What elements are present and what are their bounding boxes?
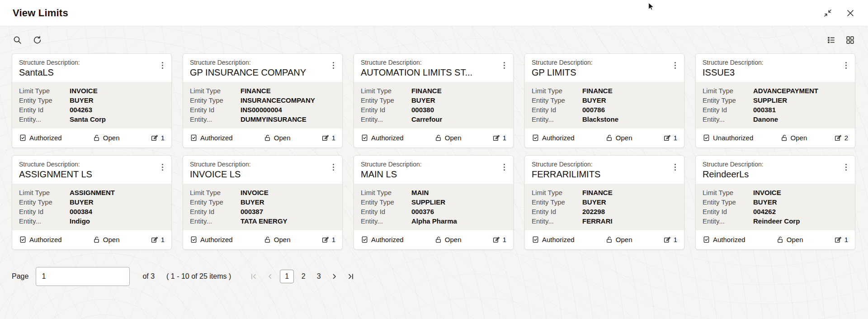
edit-count[interactable]: 1 xyxy=(492,134,506,142)
authorization-status: Authorized xyxy=(19,134,62,142)
entity-id-value: 000387 xyxy=(241,207,263,216)
list-view-icon[interactable] xyxy=(826,34,836,45)
limit-type-value: ASSIGNMENT xyxy=(70,188,115,197)
entity-label: Entity... xyxy=(532,216,582,226)
authorization-status: Authorized xyxy=(361,236,404,243)
entity-type-label: Entity Type xyxy=(361,197,411,207)
items-count-text: ( 1 - 10 of 25 items ) xyxy=(166,272,231,281)
entity-id-value: 000380 xyxy=(411,105,434,114)
kebab-menu-icon[interactable] xyxy=(840,160,851,171)
authorization-status-text: Authorized xyxy=(371,134,404,142)
record-status: Open xyxy=(605,236,632,243)
edit-count-value: 1 xyxy=(674,134,677,142)
edit-count[interactable]: 1 xyxy=(321,134,335,142)
grid-view-icon[interactable] xyxy=(844,34,855,45)
kebab-menu-icon[interactable] xyxy=(328,160,339,171)
edit-count[interactable]: 2 xyxy=(834,134,848,142)
record-status: Open xyxy=(93,134,120,142)
page-input[interactable] xyxy=(36,267,130,286)
entity-label: Entity... xyxy=(361,114,411,124)
entity-id-value: 004262 xyxy=(753,207,776,216)
record-status: Open xyxy=(434,236,462,243)
edit-icon xyxy=(834,236,842,243)
edit-icon xyxy=(151,236,158,243)
edit-count[interactable]: 1 xyxy=(151,236,165,243)
kebab-menu-icon[interactable] xyxy=(499,58,509,69)
card-header: Structure Description: ISSUE3 xyxy=(696,54,855,82)
record-status-text: Open xyxy=(103,236,120,243)
entity-type-label: Entity Type xyxy=(532,197,582,207)
kebab-menu-icon[interactable] xyxy=(840,58,851,69)
kebab-menu-icon[interactable] xyxy=(157,160,168,171)
kebab-menu-icon[interactable] xyxy=(157,58,168,69)
kebab-menu-icon[interactable] xyxy=(499,160,509,171)
previous-page-icon[interactable] xyxy=(264,270,276,283)
entity-id-value: 000376 xyxy=(411,207,434,216)
edit-count[interactable]: 1 xyxy=(834,236,848,243)
card-body: Limit Type INVOICE Entity Type BUYER Ent… xyxy=(12,82,171,129)
entity-label: Entity... xyxy=(532,114,582,124)
entity-id-value: 000381 xyxy=(753,105,776,114)
first-page-icon[interactable] xyxy=(247,270,260,283)
page-number-button[interactable]: 3 xyxy=(313,270,325,283)
limit-type-label: Limit Type xyxy=(190,188,241,197)
limit-type-value: FINANCE xyxy=(582,188,613,197)
structure-name: GP LIMITS xyxy=(532,67,670,78)
entity-type-value: BUYER xyxy=(411,95,435,105)
entity-id-label: Entity Id xyxy=(19,207,70,216)
card-footer: Authorized Open 1 xyxy=(696,230,855,249)
record-status: Open xyxy=(434,134,462,142)
window-actions xyxy=(823,8,855,18)
entity-value: Santa Corp xyxy=(70,114,106,124)
entity-id-value: 202298 xyxy=(582,207,605,216)
page-number-button[interactable]: 2 xyxy=(297,270,309,283)
record-status: Open xyxy=(776,236,803,243)
entity-value: Blackstone xyxy=(582,114,618,124)
record-status-text: Open xyxy=(787,236,803,243)
next-page-icon[interactable] xyxy=(328,270,341,283)
toolbar xyxy=(0,26,868,50)
last-page-icon[interactable] xyxy=(344,270,357,283)
limit-type-label: Limit Type xyxy=(361,188,411,197)
entity-label: Entity... xyxy=(19,216,70,226)
edit-icon xyxy=(151,134,158,142)
limit-type-value: FINANCE xyxy=(582,86,613,95)
edit-count-value: 1 xyxy=(332,134,335,142)
close-icon[interactable] xyxy=(845,8,855,18)
authorization-status: Unauthorized xyxy=(703,134,753,142)
authorized-icon xyxy=(19,236,27,243)
page-number-button[interactable]: 1 xyxy=(280,270,294,283)
record-status-text: Open xyxy=(274,236,291,243)
structure-description-label: Structure Description: xyxy=(532,58,670,67)
edit-count[interactable]: 1 xyxy=(151,134,165,142)
edit-count[interactable]: 1 xyxy=(492,236,506,243)
card-footer: Authorized Open 1 xyxy=(12,230,171,249)
limit-type-value: FINANCE xyxy=(411,86,442,95)
entity-type-value: INSURANCECOMPANY xyxy=(241,95,315,105)
authorized-icon xyxy=(190,236,198,243)
open-lock-icon xyxy=(434,134,442,142)
collapse-icon[interactable] xyxy=(823,8,833,18)
kebab-menu-icon[interactable] xyxy=(670,160,680,171)
entity-id-label: Entity Id xyxy=(19,105,70,114)
entity-value: Indigo xyxy=(70,216,90,226)
edit-count[interactable]: 1 xyxy=(321,236,335,243)
entity-id-label: Entity Id xyxy=(703,207,753,216)
card-footer: Authorized Open 1 xyxy=(525,129,684,148)
kebab-menu-icon[interactable] xyxy=(328,58,339,69)
search-icon[interactable] xyxy=(12,34,23,45)
limit-type-value: FINANCE xyxy=(241,86,271,95)
record-status-text: Open xyxy=(616,236,632,243)
record-status-text: Open xyxy=(791,134,807,142)
card-footer: Authorized Open 1 xyxy=(183,230,342,249)
edit-count[interactable]: 1 xyxy=(663,134,677,142)
refresh-icon[interactable] xyxy=(32,34,42,45)
card-header: Structure Description: INVOICE LS xyxy=(183,156,342,184)
structure-description-label: Structure Description: xyxy=(190,160,328,168)
open-lock-icon xyxy=(264,134,271,142)
entity-id-label: Entity Id xyxy=(703,105,753,114)
kebab-menu-icon[interactable] xyxy=(670,58,680,69)
window-header: View Limits xyxy=(0,0,868,26)
edit-icon xyxy=(834,134,842,142)
edit-count[interactable]: 1 xyxy=(663,236,677,243)
